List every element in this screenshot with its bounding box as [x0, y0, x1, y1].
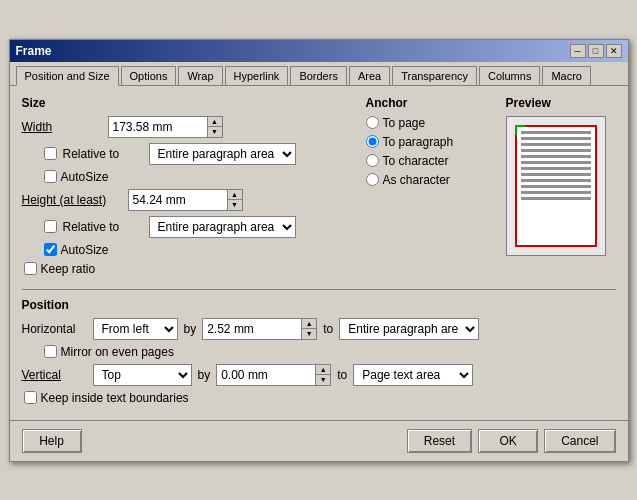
preview-panel: Preview	[506, 96, 616, 281]
preview-box	[506, 116, 606, 256]
window: Frame ─ □ ✕ Position and Size Options Wr…	[9, 39, 629, 462]
horizontal-by-label: by	[184, 322, 197, 336]
anchor-as-character-label: As character	[383, 173, 450, 187]
horizontal-to-select[interactable]: Entire paragraph area Entire page Page t…	[339, 318, 479, 340]
left-panel: Size Width ▲ ▼ Relative to	[22, 96, 356, 281]
horizontal-value-input[interactable]	[202, 318, 302, 340]
vertical-spin-up[interactable]: ▲	[316, 365, 330, 375]
close-button[interactable]: ✕	[606, 44, 622, 58]
section-divider	[22, 289, 616, 290]
autosize1-label: AutoSize	[61, 170, 109, 184]
maximize-button[interactable]: □	[588, 44, 604, 58]
width-row: Width ▲ ▼	[22, 116, 356, 138]
width-label: Width	[22, 120, 102, 134]
anchor-character-label: To character	[383, 154, 449, 168]
width-spinbox: ▲ ▼	[108, 116, 223, 138]
width-spin-up[interactable]: ▲	[208, 117, 222, 127]
reset-button[interactable]: Reset	[407, 429, 472, 453]
main-layout: Size Width ▲ ▼ Relative to	[22, 96, 616, 281]
help-button[interactable]: Help	[22, 429, 82, 453]
bottom-bar: Help Reset OK Cancel	[10, 420, 628, 461]
height-relative-select[interactable]: Entire paragraph area Entire page Page t…	[149, 216, 296, 238]
horizontal-to-label: to	[323, 322, 333, 336]
anchor-paragraph-radio[interactable]	[366, 135, 379, 148]
keep-ratio-checkbox[interactable]	[24, 262, 37, 275]
vertical-to-label: to	[337, 368, 347, 382]
vertical-to-select[interactable]: Page text area Entire page Entire paragr…	[353, 364, 473, 386]
width-relative-row: Relative to Entire paragraph area Entire…	[44, 143, 356, 165]
keep-inside-checkbox[interactable]	[24, 391, 37, 404]
minimize-button[interactable]: ─	[570, 44, 586, 58]
preview-corner-marker	[515, 125, 525, 135]
height-spin-up[interactable]: ▲	[228, 190, 242, 200]
keep-ratio-label: Keep ratio	[41, 262, 96, 276]
preview-title: Preview	[506, 96, 616, 110]
height-spin-buttons: ▲ ▼	[228, 189, 243, 211]
horizontal-spin-down[interactable]: ▼	[302, 329, 316, 339]
height-spinbox: ▲ ▼	[128, 189, 243, 211]
vertical-row: Vertical Top Bottom Center From top From…	[22, 364, 616, 386]
vertical-by-label: by	[198, 368, 211, 382]
height-input[interactable]	[128, 189, 228, 211]
tab-options[interactable]: Options	[121, 66, 177, 85]
horizontal-row: Horizontal From left From right Center L…	[22, 318, 616, 340]
position-section: Position Horizontal From left From right…	[22, 298, 616, 405]
tab-transparency[interactable]: Transparency	[392, 66, 477, 85]
vertical-select[interactable]: Top Bottom Center From top From bottom	[93, 364, 192, 386]
tab-borders[interactable]: Borders	[290, 66, 347, 85]
position-title: Position	[22, 298, 616, 312]
height-relative-checkbox[interactable]	[44, 220, 57, 233]
ok-button[interactable]: OK	[478, 429, 538, 453]
autosize2-label: AutoSize	[61, 243, 109, 257]
vertical-value-input[interactable]	[216, 364, 316, 386]
anchor-paragraph-row: To paragraph	[366, 135, 496, 149]
horizontal-select[interactable]: From left From right Center Left Right	[93, 318, 178, 340]
width-spin-down[interactable]: ▼	[208, 127, 222, 137]
preview-lines	[521, 131, 591, 203]
anchor-paragraph-label: To paragraph	[383, 135, 454, 149]
vertical-value-spinbox: ▲ ▼	[216, 364, 331, 386]
height-row: Height (at least) ▲ ▼	[22, 189, 356, 211]
horizontal-label: Horizontal	[22, 322, 87, 336]
tab-position-and-size[interactable]: Position and Size	[16, 66, 119, 86]
cancel-button[interactable]: Cancel	[544, 429, 615, 453]
anchor-as-character-radio[interactable]	[366, 173, 379, 186]
tab-hyperlink[interactable]: Hyperlink	[225, 66, 289, 85]
anchor-character-row: To character	[366, 154, 496, 168]
tab-wrap[interactable]: Wrap	[178, 66, 222, 85]
autosize2-row: AutoSize	[44, 243, 356, 257]
width-input[interactable]	[108, 116, 208, 138]
autosize1-checkbox[interactable]	[44, 170, 57, 183]
anchor-page-label: To page	[383, 116, 426, 130]
autosize2-checkbox[interactable]	[44, 243, 57, 256]
tab-columns[interactable]: Columns	[479, 66, 540, 85]
action-buttons: Reset OK Cancel	[407, 429, 616, 453]
mirror-row: Mirror on even pages	[44, 345, 616, 359]
height-relative-row: Relative to Entire paragraph area Entire…	[44, 216, 356, 238]
height-label: Height (at least)	[22, 193, 122, 207]
mirror-checkbox[interactable]	[44, 345, 57, 358]
size-section-title: Size	[22, 96, 356, 110]
anchor-panel: Anchor To page To paragraph To character…	[366, 96, 496, 281]
width-relative-checkbox[interactable]	[44, 147, 57, 160]
anchor-section-title: Anchor	[366, 96, 496, 110]
autosize1-row: AutoSize	[44, 170, 356, 184]
tabs-bar: Position and Size Options Wrap Hyperlink…	[10, 62, 628, 86]
anchor-as-character-row: As character	[366, 173, 496, 187]
preview-frame	[515, 125, 597, 247]
tab-content: Size Width ▲ ▼ Relative to	[10, 86, 628, 420]
horizontal-spin-up[interactable]: ▲	[302, 319, 316, 329]
anchor-character-radio[interactable]	[366, 154, 379, 167]
mirror-label: Mirror on even pages	[61, 345, 174, 359]
width-spin-buttons: ▲ ▼	[208, 116, 223, 138]
width-relative-select[interactable]: Entire paragraph area Entire page Page t…	[149, 143, 296, 165]
tab-area[interactable]: Area	[349, 66, 390, 85]
tab-macro[interactable]: Macro	[542, 66, 591, 85]
horizontal-value-spinbox: ▲ ▼	[202, 318, 317, 340]
height-spin-down[interactable]: ▼	[228, 200, 242, 210]
anchor-page-radio[interactable]	[366, 116, 379, 129]
title-bar: Frame ─ □ ✕	[10, 40, 628, 62]
vertical-spin-down[interactable]: ▼	[316, 375, 330, 385]
keep-inside-row: Keep inside text boundaries	[24, 391, 616, 405]
window-title: Frame	[16, 44, 52, 58]
